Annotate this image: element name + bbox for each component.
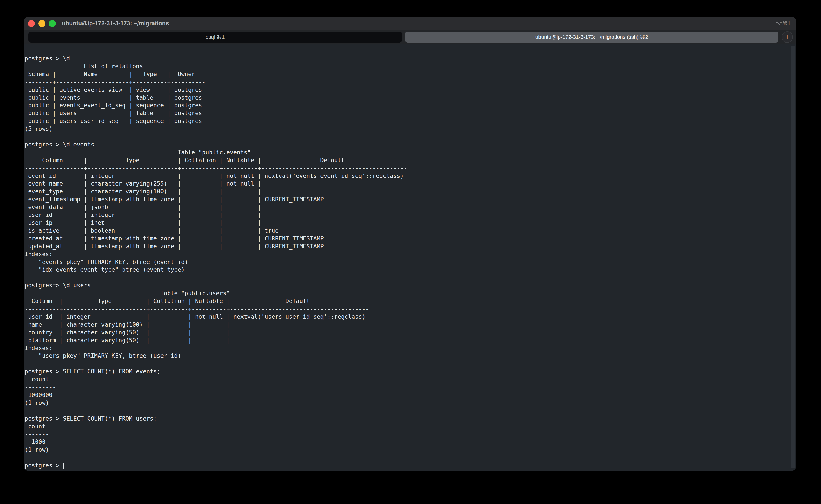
terminal-line: event_timestamp | timestamp with time zo… [25,195,783,203]
terminal-line: Schema | Name | Type | Owner [25,70,783,78]
terminal-line: (1 row) [25,399,783,407]
terminal-line [25,454,783,461]
terminal-line [25,274,783,281]
terminal-line: name | character varying(100) | | | [25,321,783,329]
text-cursor [63,463,64,469]
terminal-line: "idx_events_event_type" btree (event_typ… [25,266,783,274]
terminal-line: Table "public.events" [25,148,783,156]
terminal-line: postgres=> SELECT COUNT(*) FROM events; [25,368,783,375]
terminal-line: postgres=> SELECT COUNT(*) FROM users; [25,415,783,422]
window-titlebar[interactable]: ubuntu@ip-172-31-3-173: ~/migrations ⌥⌘1 [24,17,796,30]
zoom-button[interactable] [49,20,56,27]
terminal-line: public | events_event_id_seq | sequence … [25,101,783,109]
traffic-lights [28,20,56,27]
window-shortcut-hint: ⌥⌘1 [776,20,791,27]
tab-bar: psql ⌘1 ubuntu@ip-172-31-3-173: ~/migrat… [24,30,796,44]
terminal-line: count [25,422,783,430]
terminal-line: 1000 [25,438,783,446]
terminal-line: event_type | character varying(100) | | … [25,187,783,195]
terminal-line: public | events | table | postgres [25,94,783,102]
terminal-line: postgres=> \d [25,54,783,62]
terminal-line: List of relations [25,62,783,70]
terminal-line: updated_at | timestamp with time zone | … [25,242,783,250]
terminal-line [25,407,783,415]
terminal-line: country | character varying(50) | | | [25,329,783,336]
terminal-line: is_active | boolean | | | true [25,227,783,235]
terminal-line: --------- [25,383,783,391]
terminal-line: platform | character varying(50) | | | [25,336,783,344]
terminal-line: Table "public.users" [25,289,783,297]
terminal-window: ubuntu@ip-172-31-3-173: ~/migrations ⌥⌘1… [24,17,796,471]
terminal-line: "events_pkey" PRIMARY KEY, btree (event_… [25,258,783,266]
prompt-text: postgres=> [25,462,63,469]
terminal-line: public | active_events_view | view | pos… [25,86,783,94]
terminal-line: user_id | integer | | | [25,211,783,219]
terminal-line: event_id | integer | | not null | nextva… [25,172,783,180]
terminal-line: Column | Type | Collation | Nullable | D… [25,156,783,164]
terminal-line: postgres=> \d events [25,141,783,148]
tab-ssh-migrations[interactable]: ubuntu@ip-172-31-3-173: ~/migrations (ss… [405,32,779,43]
terminal-line: Column | Type | Collation | Nullable | D… [25,297,783,305]
terminal-line: event_data | jsonb | | | [25,203,783,211]
terminal-line: user_id | integer | | not null | nextval… [25,313,783,321]
terminal-line: (5 rows) [25,125,783,133]
terminal-line: "users_pkey" PRIMARY KEY, btree (user_id… [25,352,783,360]
terminal-line: --------+---------------------+---------… [25,78,783,86]
window-title: ubuntu@ip-172-31-3-173: ~/migrations [62,20,169,27]
desktop: { "window": { "title": "ubuntu@ip-172-31… [0,0,821,504]
tab-psql[interactable]: psql ⌘1 [28,32,402,43]
terminal-line [25,360,783,368]
terminal-line: public | users_user_id_seq | sequence | … [25,117,783,125]
terminal-line [25,133,783,141]
terminal-line: created_at | timestamp with time zone | … [25,235,783,242]
terminal-line: Indexes: [25,344,783,352]
minimize-button[interactable] [38,20,45,27]
terminal-line: user_ip | inet | | | [25,219,783,227]
scrollbar-thumb[interactable] [791,46,795,468]
terminal-line: postgres=> \d users [25,281,783,289]
new-tab-button[interactable]: + [782,31,793,43]
terminal-line: ------- [25,430,783,438]
terminal-line: public | users | table | postgres [25,109,783,117]
terminal-line: ----------+------------------------+----… [25,305,783,313]
terminal-line: Indexes: [25,250,783,258]
prompt-line: postgres=> [25,461,783,469]
terminal-output: postgres=> \d List of relations Schema |… [25,54,783,461]
close-button[interactable] [28,20,35,27]
terminal-content[interactable]: postgres=> \d List of relations Schema |… [24,44,796,471]
terminal-line: count [25,375,783,383]
terminal-line: -----------------+----------------------… [25,164,783,172]
terminal-line: (1 row) [25,446,783,454]
terminal-line: event_name | character varying(255) | | … [25,180,783,187]
terminal-line: 1000000 [25,391,783,399]
